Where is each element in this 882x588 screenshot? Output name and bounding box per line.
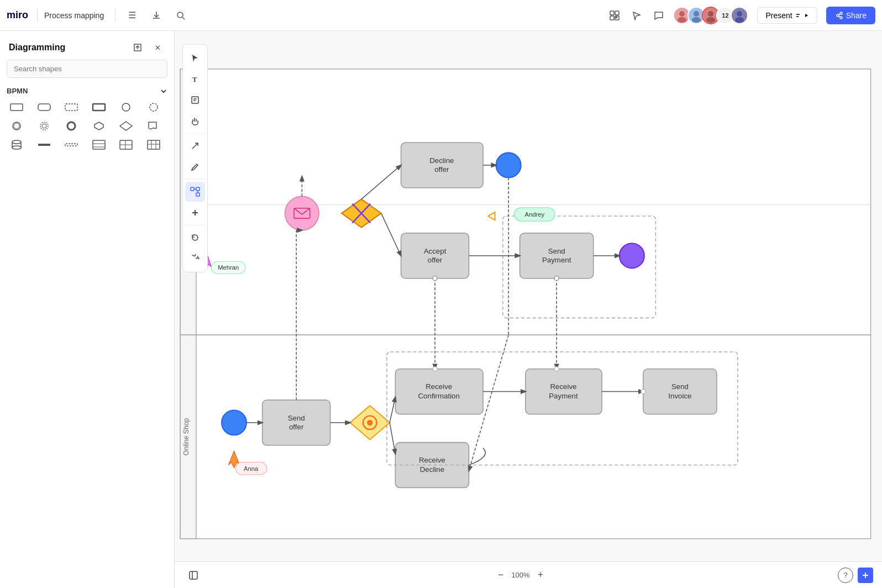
avatar-3 [731, 7, 748, 24]
shape-rect[interactable] [7, 99, 27, 115]
panel-header: Diagramming ✕ [0, 31, 174, 60]
arrow-tool[interactable] [185, 136, 205, 156]
svg-text:Receive: Receive [419, 456, 445, 465]
shape-grid[interactable] [116, 137, 136, 153]
shape-double-circle[interactable] [7, 118, 27, 134]
svg-rect-41 [38, 144, 50, 146]
comment-button[interactable] [649, 6, 669, 25]
svg-point-80 [496, 153, 521, 177]
search-input[interactable] [7, 60, 167, 78]
arrow-tool-button[interactable] [627, 6, 647, 25]
svg-text:Payment: Payment [549, 392, 578, 400]
shape-bold-circle[interactable] [61, 118, 81, 134]
bottom-right: ? [838, 568, 873, 583]
bpmn-section: BPMN [0, 85, 174, 159]
canvas-area[interactable]: Customer Online Shop Decline offer [175, 31, 882, 588]
expand-button[interactable] [858, 568, 873, 583]
svg-rect-43 [93, 140, 105, 149]
shape-circle[interactable] [116, 99, 136, 115]
svg-point-109 [367, 420, 372, 426]
svg-point-9 [678, 17, 686, 23]
svg-text:Mehran: Mehran [218, 264, 239, 271]
close-panel-button[interactable]: ✕ [150, 40, 165, 55]
bpmn-header[interactable]: BPMN [7, 85, 167, 99]
panel-header-icons: ✕ [130, 40, 165, 55]
shape-thick-rect[interactable] [89, 99, 109, 115]
svg-point-130 [554, 276, 559, 281]
svg-text:Send: Send [548, 247, 565, 255]
share-button[interactable]: Share [826, 7, 875, 24]
shape-document[interactable] [144, 118, 164, 134]
svg-text:Receive: Receive [550, 382, 576, 391]
shape-list[interactable] [89, 137, 109, 153]
bottom-left [183, 565, 203, 585]
document-title[interactable]: Process mapping [44, 11, 104, 20]
pen-tool[interactable] [185, 157, 205, 177]
svg-text:offer: offer [289, 423, 304, 431]
svg-line-1 [182, 17, 185, 19]
svg-rect-42 [65, 144, 77, 146]
svg-point-28 [122, 103, 130, 111]
diagram-svg: Customer Online Shop Decline offer [175, 31, 882, 588]
svg-point-6 [616, 17, 617, 18]
export-panel-button[interactable] [130, 40, 145, 55]
svg-text:Confirmation: Confirmation [418, 392, 460, 400]
ai-tools-button[interactable] [605, 6, 624, 25]
redo-tool[interactable] [185, 249, 205, 269]
text-tool[interactable]: T [185, 69, 205, 89]
svg-point-129 [433, 276, 437, 281]
shape-dotted-circle[interactable] [34, 118, 54, 134]
svg-rect-27 [93, 104, 105, 111]
present-button[interactable]: Present [757, 7, 817, 24]
svg-line-22 [839, 14, 840, 15]
shape-dashed-circle[interactable] [144, 99, 164, 115]
svg-rect-60 [196, 187, 200, 191]
menu-button[interactable]: ☰ [122, 6, 142, 25]
hand-tool[interactable] [185, 111, 205, 131]
search-button[interactable] [171, 6, 191, 25]
panel-title: Diagramming [9, 43, 65, 53]
svg-point-0 [177, 12, 183, 18]
svg-point-17 [737, 11, 742, 17]
zoom-in-button[interactable]: + [533, 568, 548, 583]
export-button[interactable] [146, 6, 166, 25]
shape-dashed-line[interactable] [61, 137, 81, 153]
svg-text:Receive: Receive [426, 382, 452, 391]
svg-point-131 [433, 366, 437, 371]
zoom-level: 100% [511, 571, 531, 579]
svg-rect-4 [610, 16, 614, 20]
svg-point-133 [641, 389, 645, 393]
shape-rounded-rect[interactable] [34, 99, 54, 115]
shape-diamond[interactable] [116, 118, 136, 134]
canvas-inner: Customer Online Shop Decline offer [175, 31, 882, 588]
svg-point-29 [150, 103, 158, 111]
svg-text:offer: offer [428, 256, 443, 264]
shape-hexagon[interactable] [89, 118, 109, 134]
zoom-out-button[interactable]: − [493, 568, 508, 583]
shape-minus[interactable] [34, 137, 54, 153]
add-tool[interactable] [185, 203, 205, 223]
svg-point-87 [620, 243, 644, 268]
svg-point-72 [285, 196, 319, 230]
help-button[interactable]: ? [838, 568, 853, 583]
svg-text:T: T [192, 75, 197, 83]
toolbar-right [605, 6, 669, 25]
svg-text:Invoice: Invoice [668, 392, 691, 400]
note-tool[interactable] [185, 90, 205, 110]
diagram-tool[interactable] [185, 182, 205, 202]
undo-tool[interactable] [185, 228, 205, 248]
zoom-controls: − 100% + [493, 568, 548, 583]
toggle-panel-button[interactable] [183, 565, 203, 585]
shape-dashed-rect[interactable] [61, 99, 81, 115]
svg-rect-3 [615, 11, 619, 15]
toolbar-sep-1 [185, 133, 205, 134]
svg-point-132 [554, 366, 559, 371]
svg-rect-59 [196, 193, 200, 196]
shape-table[interactable] [144, 137, 164, 153]
svg-rect-54 [192, 97, 198, 103]
shape-cylinder[interactable] [7, 137, 27, 153]
svg-rect-58 [191, 187, 194, 191]
select-tool[interactable] [185, 48, 205, 68]
svg-text:Accept: Accept [424, 247, 447, 255]
svg-text:offer: offer [434, 165, 449, 174]
